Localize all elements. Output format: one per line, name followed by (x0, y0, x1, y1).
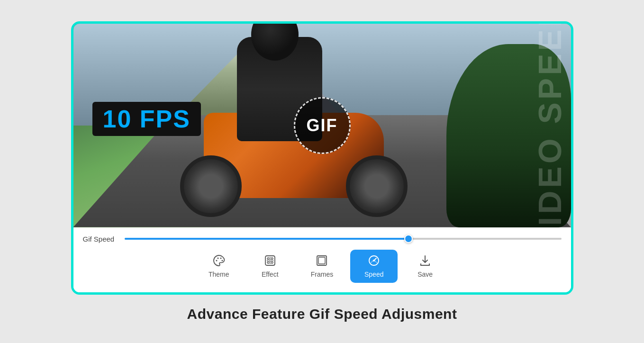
gif-overlay: GIF (294, 97, 351, 154)
slider-fill (125, 238, 408, 240)
rider-helmet (251, 24, 299, 61)
slider-label: Gif Speed (83, 235, 117, 243)
slider-row: Gif Speed (83, 233, 562, 250)
speed-icon (368, 254, 380, 269)
svg-point-6 (271, 258, 273, 260)
svg-point-8 (271, 262, 273, 263)
caption: Advance Feature Gif Speed Adjusment (187, 306, 457, 322)
fps-badge: 10 FPS (92, 102, 201, 136)
video-speed-wrapper: VIDEO SPEED (528, 24, 571, 227)
tab-theme-label: Theme (209, 271, 229, 278)
svg-point-5 (267, 258, 269, 260)
moto-wheel-front (346, 155, 408, 217)
svg-point-7 (267, 262, 269, 263)
svg-point-2 (220, 257, 221, 259)
tab-speed-label: Speed (364, 271, 383, 278)
theme-icon (213, 254, 225, 269)
frames-icon (316, 254, 328, 269)
tab-bar: Theme Eff (83, 250, 562, 285)
tab-frames-label: Frames (311, 271, 333, 278)
fps-text: 10 FPS (103, 105, 190, 133)
svg-point-1 (217, 257, 218, 259)
slider-thumb[interactable] (404, 235, 413, 243)
main-card: 10 FPS GIF VIDEO SPEED Gif Speed (71, 21, 573, 295)
tab-theme[interactable]: Theme (195, 250, 243, 283)
svg-point-0 (216, 260, 217, 261)
tab-effect-label: Effect (262, 271, 279, 278)
svg-point-3 (221, 260, 223, 261)
save-icon (419, 254, 431, 269)
tab-speed[interactable]: Speed (350, 250, 398, 283)
tab-effect[interactable]: Effect (246, 250, 294, 283)
effect-icon (264, 254, 276, 269)
tab-save[interactable]: Save (401, 250, 449, 283)
slider-track[interactable] (125, 238, 562, 240)
moto-wheel-back (180, 155, 242, 217)
outer-wrapper: 10 FPS GIF VIDEO SPEED Gif Speed (71, 21, 573, 322)
gif-label: GIF (307, 116, 338, 135)
tab-save-label: Save (417, 271, 433, 278)
video-area: 10 FPS GIF VIDEO SPEED (73, 24, 571, 227)
tab-frames[interactable]: Frames (298, 250, 346, 283)
svg-rect-12 (318, 257, 325, 264)
video-speed-text: VIDEO SPEED (534, 24, 566, 227)
controls-panel: Gif Speed (73, 227, 571, 292)
